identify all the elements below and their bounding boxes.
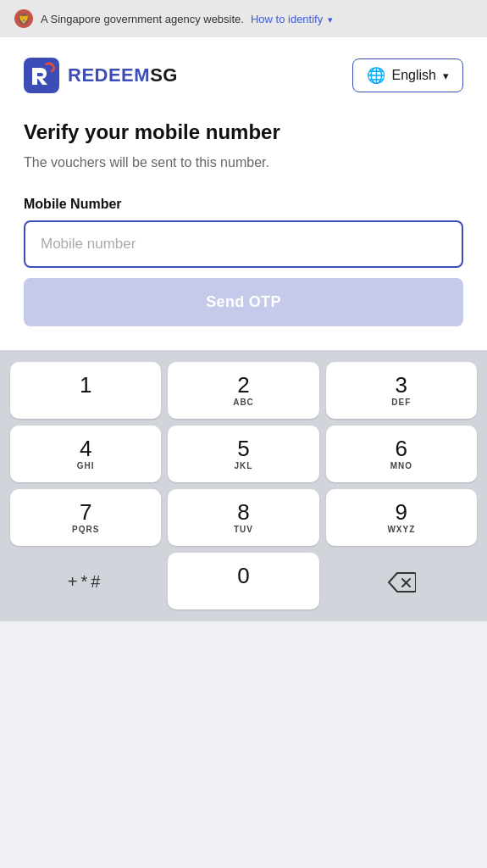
page-subtitle: The vouchers will be sent to this number… [24,153,463,173]
singapore-lion-icon: 🦁 [14,8,34,29]
svg-rect-2 [24,58,59,93]
numpad-key-5[interactable]: 5 JKL [168,426,318,482]
numpad-key-8[interactable]: 8 TUV [168,489,318,546]
send-otp-button[interactable]: Send OTP [24,278,463,326]
svg-text:🦁: 🦁 [17,12,31,26]
backspace-icon [387,571,416,593]
numpad-grid: 1 2 ABC 3 DEF 4 GHI 5 JKL 6 MNO 7 PQRS 8 [3,359,484,613]
how-to-identify-link[interactable]: How to identify ▾ [251,13,333,25]
numpad-key-backspace[interactable] [326,553,477,609]
numpad-key-3[interactable]: 3 DEF [326,362,477,419]
numpad-key-0[interactable]: 0 [168,553,318,609]
numpad-key-4[interactable]: 4 GHI [10,426,161,482]
mobile-number-input[interactable] [24,220,463,268]
gov-banner: 🦁 A Singapore government agency website.… [0,0,487,37]
page-title: Verify your mobile number [24,120,463,144]
main-content: REDEEMSG 🌐 English ▾ Verify your mobile … [0,37,487,350]
how-to-identify-chevron: ▾ [328,14,333,25]
numpad-key-6[interactable]: 6 MNO [326,426,477,482]
mobile-number-label: Mobile Number [24,197,463,212]
language-selector[interactable]: 🌐 English ▾ [352,58,463,92]
redeemsg-logo-icon [24,58,59,93]
globe-icon: 🌐 [367,66,385,85]
numpad-key-2[interactable]: 2 ABC [168,362,318,419]
language-chevron-icon: ▾ [443,70,449,82]
numpad-key-7[interactable]: 7 PQRS [10,489,161,546]
logo: REDEEMSG [24,58,178,93]
numpad-key-special[interactable]: +*# [10,553,161,609]
gov-banner-text: A Singapore government agency website. [41,13,244,25]
logo-text: REDEEMSG [68,64,178,86]
special-chars-label: +*# [68,572,104,592]
header: REDEEMSG 🌐 English ▾ [24,58,463,93]
numpad-key-9[interactable]: 9 WXYZ [326,489,477,546]
numpad-key-1[interactable]: 1 [10,362,161,419]
language-label: English [392,68,436,83]
numpad: 1 2 ABC 3 DEF 4 GHI 5 JKL 6 MNO 7 PQRS 8 [0,350,487,621]
